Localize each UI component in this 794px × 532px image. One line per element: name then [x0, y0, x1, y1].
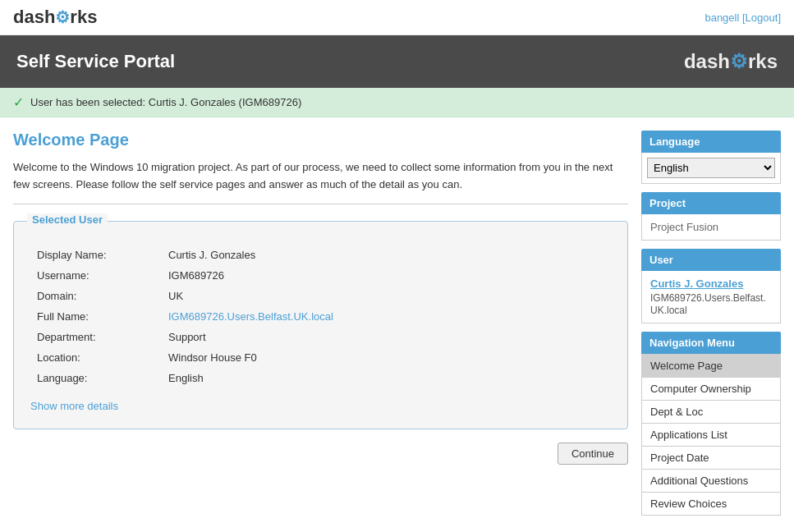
user-field-label: Full Name: [30, 306, 162, 327]
user-field-row: Username:IGM689726 [30, 265, 611, 286]
portal-title: Self Service Portal [16, 51, 175, 72]
header-gear-icon: ⚙ [730, 50, 748, 72]
continue-button[interactable]: Continue [558, 443, 628, 465]
username-label: bangell [705, 11, 739, 24]
logout-link[interactable]: Logout [746, 11, 778, 24]
nav-menu-item[interactable]: Project Date [641, 447, 781, 470]
selected-user-legend: Selected User [27, 213, 108, 226]
user-field-label: Domain: [30, 286, 162, 306]
nav-menu: Welcome PageComputer OwnershipDept & Loc… [641, 354, 781, 516]
user-field-label: Display Name: [30, 245, 162, 265]
welcome-text: Welcome to the Windows 10 migration proj… [13, 159, 628, 204]
content-area: Welcome Page Welcome to the Windows 10 m… [13, 131, 628, 465]
language-select[interactable]: EnglishFrenchGermanSpanish [647, 158, 775, 178]
logo-dash: dash [13, 7, 55, 27]
logo-gear-icon: ⚙ [55, 8, 70, 26]
user-field-value: Windsor House F0 [162, 347, 611, 368]
show-more-link[interactable]: Show more details [30, 400, 118, 412]
nav-menu-item[interactable]: Applications List [641, 424, 781, 447]
continue-row: Continue [13, 443, 628, 465]
user-field-label: Username: [30, 265, 162, 286]
sidebar-nav-title: Navigation Menu [641, 332, 781, 354]
user-field-label: Department: [30, 327, 162, 347]
user-field-value: IGM689726 [162, 265, 611, 286]
user-details-table: Display Name:Curtis J. GonzalesUsername:… [30, 245, 611, 388]
user-field-row: Domain:UK [30, 286, 611, 306]
top-bar-user[interactable]: bangell [Logout] [705, 11, 781, 24]
user-field-value: IGM689726.Users.Belfast.UK.local [162, 306, 611, 327]
user-field-row: Full Name:IGM689726.Users.Belfast.UK.loc… [30, 306, 611, 327]
user-field-row: Location:Windsor House F0 [30, 347, 611, 368]
sidebar: Language EnglishFrenchGermanSpanish Proj… [641, 131, 781, 516]
header-banner: Self Service Portal dash⚙rks [0, 35, 794, 88]
app-logo: dash⚙rks [13, 7, 97, 28]
user-field-row: Display Name:Curtis J. Gonzales [30, 245, 611, 265]
sidebar-user-title: User [641, 249, 781, 271]
user-field-value: Curtis J. Gonzales [162, 245, 611, 265]
user-field-value: English [162, 368, 611, 388]
selected-user-box: Selected User Display Name:Curtis J. Gon… [13, 221, 628, 429]
user-field-value: Support [162, 327, 611, 347]
sidebar-user-sub: IGM689726.Users.Belfast.UK.local [650, 292, 766, 316]
success-bar: ✓ User has been selected: Curtis J. Gonz… [0, 88, 794, 117]
sidebar-project-title: Project [641, 192, 781, 214]
user-field-row: Department:Support [30, 327, 611, 347]
sidebar-user-link[interactable]: Curtis J. Gonzales [650, 277, 772, 290]
main-layout: Welcome Page Welcome to the Windows 10 m… [0, 117, 794, 529]
user-field-value: UK [162, 286, 611, 306]
welcome-title: Welcome Page [13, 131, 628, 149]
sidebar-user-info: Curtis J. Gonzales IGM689726.Users.Belfa… [641, 271, 781, 323]
nav-menu-item[interactable]: Additional Questions [641, 470, 781, 493]
top-bar: dash⚙rks bangell [Logout] [0, 0, 794, 35]
user-field-row: Language:English [30, 368, 611, 388]
user-field-label: Location: [30, 347, 162, 368]
logout-bracket-close: ] [778, 11, 781, 24]
sidebar-project-value: Project Fusion [641, 214, 781, 241]
logo-works: rks [70, 7, 97, 27]
success-message: User has been selected: Curtis J. Gonzal… [30, 96, 301, 108]
header-logo: dash⚙rks [684, 50, 778, 73]
success-check-icon: ✓ [13, 94, 24, 110]
nav-menu-item[interactable]: Computer Ownership [641, 378, 781, 401]
user-field-label: Language: [30, 368, 162, 388]
nav-menu-item[interactable]: Review Choices [641, 493, 781, 516]
nav-menu-item[interactable]: Welcome Page [641, 354, 781, 378]
nav-menu-item[interactable]: Dept & Loc [641, 401, 781, 424]
sidebar-language-title: Language [641, 131, 781, 153]
